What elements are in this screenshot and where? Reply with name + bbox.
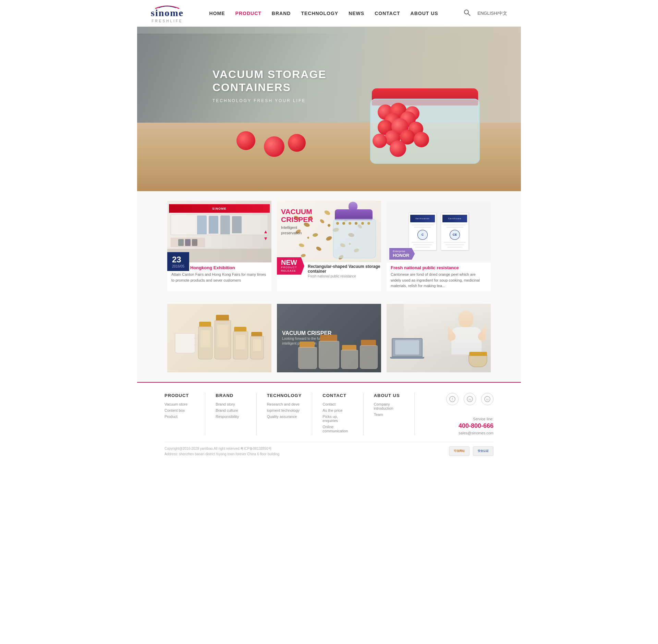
svg-point-9 xyxy=(316,246,322,252)
footer-link-quality[interactable]: Quality assurance xyxy=(267,414,302,419)
footer-address: Address: shenzhen baoan district fuyong … xyxy=(164,452,279,456)
social-wechat-icon: M xyxy=(484,396,490,402)
footer-link-pickups[interactable]: Picks up, enquiries xyxy=(322,414,353,423)
products-image xyxy=(167,304,271,372)
svg-point-4 xyxy=(312,233,318,237)
language-switcher[interactable]: ENGLISH/中文 xyxy=(477,10,507,16)
svg-point-17 xyxy=(301,253,306,257)
footer-technology-col: TECHNOLOGY Research and deve lopment tec… xyxy=(267,393,302,435)
svg-point-7 xyxy=(298,243,305,248)
hero-title: VACUUM STORAGECONTAINERS xyxy=(212,68,327,94)
copyright-text: Copyright@2016-2028 yanlibao.All right r… xyxy=(164,446,279,451)
cert-title: Fresh national public resistance xyxy=(391,265,487,270)
cert-badge-2: 安全认证 xyxy=(473,446,494,456)
cert-info: Fresh national public resistance Cantone… xyxy=(387,262,491,292)
lifestyle-image xyxy=(387,304,491,372)
certificate-card: Verification C Certificate CE xyxy=(387,201,491,292)
footer-divider-4 xyxy=(363,393,364,435)
news-arrows: ▲ ▼ xyxy=(263,229,268,241)
search-icon xyxy=(464,9,471,16)
svg-point-18 xyxy=(324,210,331,216)
footer-contact-title: CONTACT xyxy=(322,393,353,398)
nav-technology[interactable]: TECHNOLOGY xyxy=(301,11,338,16)
footer-link-contact[interactable]: Contact xyxy=(322,402,353,406)
footer-product-title: PRODUCT xyxy=(164,393,195,398)
news-date-box: 23 2016/05 xyxy=(172,255,184,268)
svg-text:f: f xyxy=(452,397,453,401)
nav-brand[interactable]: BRAND xyxy=(272,11,291,16)
footer-link-product[interactable]: Product xyxy=(164,414,195,419)
cert-image: Verification C Certificate CE xyxy=(387,201,491,262)
footer: PRODUCT Vacuum store Content box Product… xyxy=(137,382,521,461)
hero-text: VACUUM STORAGECONTAINERS TECHNOLOGY FRES… xyxy=(212,68,327,103)
search-button[interactable] xyxy=(464,9,471,17)
nav-contact[interactable]: CONTACT xyxy=(375,11,400,16)
footer-link-brand-story[interactable]: Brand story xyxy=(216,402,246,406)
svg-text:W: W xyxy=(468,398,471,401)
honor-label: HONOR xyxy=(393,253,409,258)
social-icon-1[interactable]: f xyxy=(446,393,459,405)
news-card: SINOME 23 2016/05 xyxy=(167,201,271,292)
vacuum-crisper-card: VACUUMCRISPER Intelligentpreservation NE… xyxy=(277,201,381,292)
social-icon-3[interactable]: M xyxy=(481,393,494,405)
news-description: Attain Canton Fairs and Hong Kong Fairs … xyxy=(171,272,267,283)
logo[interactable]: sinome FRESHLIFE xyxy=(151,3,184,23)
nav-product[interactable]: PRODUCT xyxy=(235,11,261,16)
footer-right-col: f W M Service line: xyxy=(425,393,494,435)
bottom-grid: VACUUM CRISPER Looking forward to the fu… xyxy=(137,301,521,382)
footer-divider-3 xyxy=(312,393,312,435)
svg-line-1 xyxy=(468,14,470,16)
footer-link-vacuum-store[interactable]: Vacuum store xyxy=(164,402,195,406)
footer-divider-5 xyxy=(414,393,415,435)
header: sinome FRESHLIFE HOME PRODUCT BRAND TECH… xyxy=(137,0,521,27)
footer-link-content-box[interactable]: Content box xyxy=(164,408,195,412)
service-number: 400-800-666 xyxy=(459,422,494,430)
footer-brand-col: BRAND Brand story Brand culture Responsi… xyxy=(216,393,246,435)
social-icon-2[interactable]: W xyxy=(464,393,476,405)
footer-contact-col: CONTACT Contact As the price Picks up, e… xyxy=(322,393,353,435)
footer-link-research[interactable]: Research and deve xyxy=(267,402,302,406)
footer-link-team[interactable]: Team xyxy=(374,412,404,417)
hero-subtitle: TECHNOLOGY FRESH YOUR LIFE xyxy=(212,98,327,103)
vacuum-product-title: Rectangular-shaped Vacuum storage contai… xyxy=(308,264,381,274)
svg-text:M: M xyxy=(486,398,489,401)
svg-point-0 xyxy=(464,10,468,14)
svg-point-5 xyxy=(319,219,325,224)
footer-columns: PRODUCT Vacuum store Content box Product… xyxy=(164,393,494,435)
footer-link-brand-culture[interactable]: Brand culture xyxy=(216,408,246,412)
footer-link-company[interactable]: Company introduction xyxy=(374,402,404,410)
enterprise-label: Enterprise xyxy=(393,250,409,253)
cert-badge-1: 可信网站 xyxy=(449,446,470,456)
news-date-day: 23 xyxy=(172,255,184,264)
hero-banner: VACUUM STORAGECONTAINERS TECHNOLOGY FRES… xyxy=(137,27,521,191)
logo-text: sinome xyxy=(151,8,184,18)
social-weibo-icon: W xyxy=(467,396,473,402)
footer-divider-2 xyxy=(256,393,257,435)
service-line: Service line: 400-800-666 sales@sinomes.… xyxy=(459,417,494,435)
footer-copyright: Copyright@2016-2028 yanlibao.All right r… xyxy=(164,446,279,456)
vacuum-product-sub: Fresh national public resistance xyxy=(308,274,381,278)
footer-link-price[interactable]: As the price xyxy=(322,408,353,412)
footer-link-online[interactable]: Online communication xyxy=(322,425,353,433)
nav-about[interactable]: ABOUT US xyxy=(411,11,438,16)
cert-description: Cantonese are fond of dried orange peel … xyxy=(391,272,487,289)
vacuum-image: VACUUMCRISPER Intelligentpreservation xyxy=(277,201,381,262)
social-circle-icon: f xyxy=(449,396,455,402)
products-display-card xyxy=(167,304,271,372)
svg-point-6 xyxy=(326,235,333,242)
footer-technology-title: TECHNOLOGY xyxy=(267,393,302,398)
service-label: Service line: xyxy=(459,417,494,421)
service-email: sales@sinomes.com xyxy=(459,431,494,435)
logo-tagline: FRESHLIFE xyxy=(151,19,183,23)
news-next-button[interactable]: ▼ xyxy=(263,236,268,241)
news-prev-button[interactable]: ▲ xyxy=(263,229,268,234)
news-date-month-year: 2016/05 xyxy=(172,264,184,268)
footer-product-col: PRODUCT Vacuum store Content box Product xyxy=(164,393,195,435)
footer-divider-1 xyxy=(205,393,205,435)
footer-link-responsibility[interactable]: Responsibility xyxy=(216,414,246,419)
nav-news[interactable]: NEWS xyxy=(349,11,364,16)
footer-link-development[interactable]: lopment technology xyxy=(267,408,302,412)
product-release-label: PRODUCTRELEASE xyxy=(281,266,298,273)
nav-home[interactable]: HOME xyxy=(209,11,225,16)
product-grid: SINOME 23 2016/05 xyxy=(137,191,521,301)
